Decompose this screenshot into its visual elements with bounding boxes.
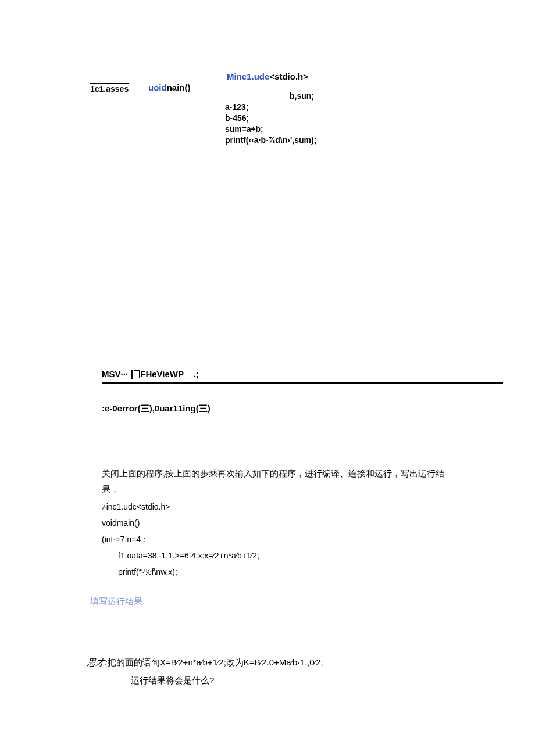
fill-result-label: 填写运行结果, [90, 596, 145, 607]
code2-printf: printf(*·%f\nw,x); [102, 564, 177, 580]
last-question: 运行结果将会是什么? [131, 675, 214, 686]
code-line-b: b-456; [225, 113, 316, 124]
code-line-sum: sum=a÷b; [225, 124, 316, 135]
code2-decl: (int·=7,n=4： [102, 531, 259, 547]
msv-prefix: MSV [102, 369, 121, 379]
code2-include: ≠inc1.udc<stdio.h> [102, 499, 259, 515]
include-kw: Minc1.ude [227, 71, 269, 81]
sikaoline: 思才:把的面的语句X=B⁄2+n*a⁄b+1⁄2;改为K=B⁄2.0+Ma⁄b·… [87, 657, 323, 668]
msv-dots: ··· [121, 369, 129, 379]
sikao-label: 思才: [87, 658, 108, 667]
code-line-a: a-123; [225, 102, 316, 113]
code-block-2: ≠inc1.udc<stdio.h> voidmain() (int·=7,n=… [102, 499, 259, 580]
msv-right: FHeVieWP [140, 369, 183, 379]
msv-end: .; [193, 369, 198, 379]
classes-label: 1c1.asses [90, 83, 129, 94]
error-line: :e-0error(三),0uar11ing(三) [102, 403, 211, 414]
void-kw: uoid [148, 83, 167, 92]
msv-header: MSV··· |FHeVieWP .; [102, 368, 503, 384]
include-arg: <stdio.h> [269, 71, 308, 81]
instruction-para: 关闭上面的程序,按上面的步乘再次输入如下的程序，进行编译、连接和运行，写出运行结… [102, 465, 456, 497]
main-fn: nain() [167, 83, 191, 92]
code2-main: voidmain() [102, 515, 259, 531]
code-line-printf: printf(‹‹a·b-⅞d\n›',sum); [225, 135, 316, 146]
var-decl: b,sun; [290, 91, 314, 101]
box-icon [134, 370, 140, 378]
sikao-text: 把的面的语句X=B⁄2+n*a⁄b+1⁄2;改为K=B⁄2.0+Ma⁄b·1.,… [108, 657, 323, 667]
code2-expr: f1.oata=38.·1.1.>=6.4,x:x=⁄2+n*a⁄b+1⁄2; [102, 547, 259, 564]
